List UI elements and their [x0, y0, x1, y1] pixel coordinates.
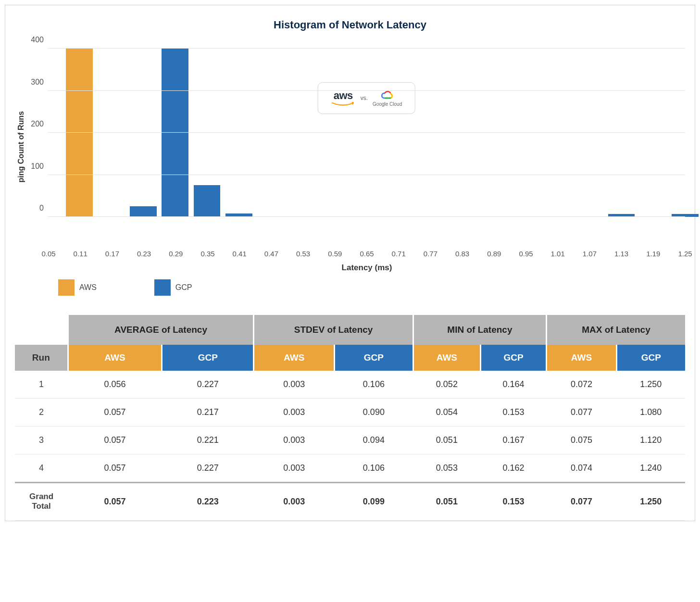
grand-avg_gcp: 0.223: [162, 483, 254, 521]
legend-swatch-aws: [58, 279, 75, 296]
cell-run: 3: [15, 426, 68, 454]
grand-min_gcp: 0.153: [480, 483, 546, 521]
cell-std_gcp: 0.090: [335, 399, 413, 426]
x-tick-label: 0.65: [360, 250, 374, 258]
grand-total-row: GrandTotal0.0570.2230.0030.0990.0510.153…: [15, 483, 685, 521]
grand-std_aws: 0.003: [254, 483, 335, 521]
x-tick-label: 0.59: [328, 250, 342, 258]
table-row: 30.0570.2210.0030.0940.0510.1670.0751.12…: [15, 426, 685, 454]
x-tick-label: 0.35: [200, 250, 214, 258]
cell-run: 1: [15, 371, 68, 399]
y-tick-label: 0: [39, 204, 44, 213]
cell-min_gcp: 0.153: [480, 399, 546, 426]
cell-std_aws: 0.003: [254, 399, 335, 426]
gridline: [48, 216, 685, 217]
col-std-aws: AWS: [254, 345, 335, 371]
y-tick-label: 200: [31, 120, 44, 128]
x-axis-ticks: 0.050.110.170.230.290.350.410.470.530.59…: [49, 250, 685, 261]
cell-run: 2: [15, 399, 68, 426]
bars-layer: [48, 49, 685, 217]
cell-max_gcp: 1.080: [616, 399, 685, 426]
x-tick-label: 0.29: [169, 250, 183, 258]
x-tick-label: 0.17: [105, 250, 119, 258]
bar-gcp: [162, 49, 188, 217]
cell-avg_aws: 0.057: [68, 454, 162, 483]
x-tick-label: 0.47: [264, 250, 278, 258]
grand-std_gcp: 0.099: [335, 483, 413, 521]
plot-area: aws vs. Google Cloud: [48, 49, 685, 217]
table-row: 10.0560.2270.0030.1060.0520.1640.0721.25…: [15, 371, 685, 399]
bar-gcp: [194, 185, 221, 217]
cell-avg_gcp: 0.221: [162, 426, 254, 454]
x-tick-label: 0.23: [137, 250, 151, 258]
cell-min_aws: 0.051: [413, 426, 480, 454]
col-min-gcp: GCP: [480, 345, 546, 371]
cell-avg_gcp: 0.227: [162, 454, 254, 483]
gridline: [48, 175, 685, 175]
legend-item-gcp: GCP: [154, 279, 192, 296]
cell-std_aws: 0.003: [254, 371, 335, 399]
cell-min_gcp: 0.162: [480, 454, 546, 483]
chart-area: ping Count of Runs 0100200300400 aws vs.: [15, 46, 685, 248]
table-row: 20.0570.2170.0030.0900.0540.1530.0771.08…: [15, 399, 685, 426]
x-tick-label: 0.71: [392, 250, 406, 258]
report-container: Histogram of Network Latency ping Count …: [5, 5, 695, 521]
cell-min_aws: 0.053: [413, 454, 480, 483]
x-tick-label: 0.05: [41, 250, 55, 258]
y-tick-label: 300: [31, 78, 44, 87]
cell-max_gcp: 1.120: [616, 426, 685, 454]
bar-gcp: [130, 206, 157, 217]
cell-min_aws: 0.054: [413, 399, 480, 426]
col-std-gcp: GCP: [335, 345, 413, 371]
x-tick-label: 1.13: [614, 250, 628, 258]
gcp-logo-text: Google Cloud: [373, 101, 402, 107]
cell-std_gcp: 0.094: [335, 426, 413, 454]
legend-item-aws: AWS: [58, 279, 97, 296]
aws-logo: aws: [331, 89, 356, 107]
col-min-aws: AWS: [413, 345, 480, 371]
table-body: 10.0560.2270.0030.1060.0520.1640.0721.25…: [15, 371, 685, 520]
cell-avg_gcp: 0.217: [162, 399, 254, 426]
cell-min_gcp: 0.164: [480, 371, 546, 399]
y-tick-label: 100: [31, 162, 44, 171]
cell-std_gcp: 0.106: [335, 454, 413, 483]
x-tick-label: 0.53: [296, 250, 310, 258]
gridline: [48, 90, 685, 91]
gcp-cloud-icon: [381, 90, 394, 100]
grand-max_aws: 0.077: [547, 483, 617, 521]
aws-smile-icon: [331, 102, 356, 107]
grand-total-label: GrandTotal: [15, 483, 68, 521]
bar-aws: [66, 49, 93, 217]
x-tick-label: 0.89: [487, 250, 501, 258]
cell-max_aws: 0.072: [547, 371, 617, 399]
cell-max_gcp: 1.240: [616, 454, 685, 483]
y-axis-ticks: 0100200300400: [25, 49, 48, 217]
x-tick-label: 0.41: [233, 250, 247, 258]
x-tick-label: 1.25: [678, 250, 692, 258]
cell-max_aws: 0.074: [547, 454, 617, 483]
cell-std_gcp: 0.106: [335, 371, 413, 399]
x-tick-label: 1.19: [646, 250, 660, 258]
legend-label-gcp: GCP: [175, 283, 192, 292]
group-header-max: MAX of Latency: [547, 315, 685, 345]
x-tick-label: 0.95: [519, 250, 533, 258]
x-tick-label: 0.83: [455, 250, 469, 258]
legend: AWS GCP: [58, 279, 685, 296]
gridline: [48, 48, 685, 49]
x-tick-label: 1.07: [583, 250, 597, 258]
cell-avg_aws: 0.057: [68, 426, 162, 454]
col-avg-aws: AWS: [68, 345, 162, 371]
legend-label-aws: AWS: [79, 283, 97, 292]
latency-table: AVERAGE of Latency STDEV of Latency MIN …: [15, 315, 685, 521]
gcp-logo: Google Cloud: [373, 90, 402, 107]
x-tick-label: 1.01: [551, 250, 565, 258]
provider-badge: aws vs. Google Cloud: [318, 82, 415, 114]
grand-max_gcp: 1.250: [616, 483, 685, 521]
x-tick-label: 0.77: [424, 250, 438, 258]
table-group-header-row: AVERAGE of Latency STDEV of Latency MIN …: [15, 315, 685, 345]
x-axis-label: Latency (ms): [49, 263, 685, 273]
cell-std_aws: 0.003: [254, 426, 335, 454]
run-header: Run: [15, 345, 68, 371]
gridline: [48, 132, 685, 133]
legend-swatch-gcp: [154, 279, 171, 296]
